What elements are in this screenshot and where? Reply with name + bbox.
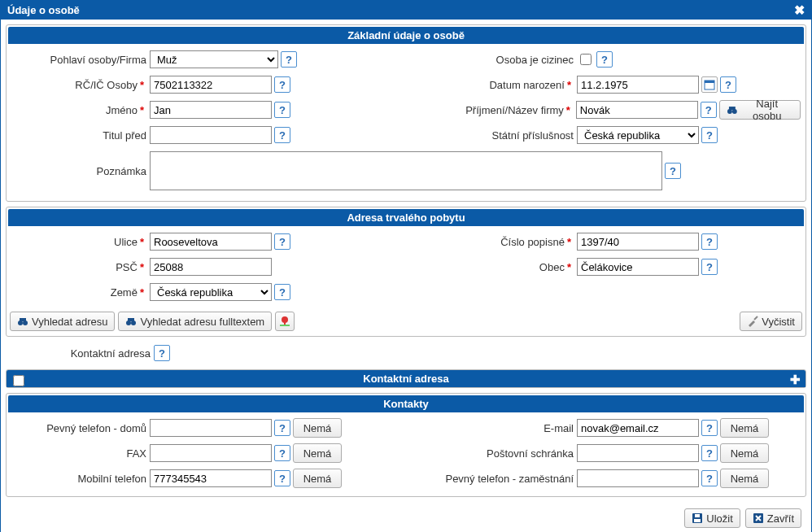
help-icon[interactable]: ? — [274, 233, 290, 250]
section-contact-address-head[interactable]: Kontaktní adresa ✚ — [7, 370, 805, 387]
email-label: E-mail — [414, 422, 577, 434]
map-pin-icon — [279, 316, 290, 327]
help-icon[interactable]: ? — [596, 51, 613, 68]
contact-address-checkbox[interactable] — [13, 375, 24, 386]
email-input[interactable] — [577, 419, 699, 437]
contact-address-label: Kontaktní adresa — [7, 347, 154, 360]
fax-label: FAX — [11, 447, 150, 460]
firstname-input[interactable] — [150, 101, 272, 119]
dob-label: Datum narození — [489, 79, 565, 91]
section-contacts-head: Kontakty — [8, 395, 804, 412]
help-icon[interactable]: ? — [274, 284, 290, 300]
svg-rect-15 — [694, 519, 701, 522]
dialog-titlebar: Údaje o osobě ✖ — [1, 1, 811, 20]
foreigner-label: Osoba je cizinec — [414, 54, 577, 66]
nema-button[interactable]: Nemá — [720, 418, 769, 438]
nema-button[interactable]: Nemá — [720, 469, 769, 488]
find-address-fulltext-button[interactable]: Vyhledat adresu fulltextem — [118, 312, 272, 331]
help-icon[interactable]: ? — [274, 470, 290, 486]
svg-rect-1 — [705, 81, 714, 83]
expand-icon[interactable]: ✚ — [790, 373, 801, 387]
note-textarea[interactable] — [150, 151, 662, 190]
street-input[interactable] — [150, 233, 272, 251]
map-pin-button[interactable] — [275, 312, 295, 331]
city-input[interactable] — [577, 258, 699, 276]
section-contacts: Kontakty Pevný telefon - domů ? Nemá FAX — [6, 393, 806, 497]
svg-rect-12 — [280, 325, 290, 326]
help-icon[interactable]: ? — [274, 76, 290, 93]
mobile-input[interactable] — [150, 469, 272, 487]
section-contact-address: Kontaktní adresa ✚ — [6, 369, 806, 388]
phone-work-label: Pevný telefon - zaměstnání — [414, 473, 577, 485]
binoculars-icon — [727, 104, 738, 116]
houseno-label: Číslo popisné — [500, 236, 565, 248]
houseno-input[interactable] — [577, 233, 699, 251]
section-basic-head: Základní údaje o osobě — [8, 27, 804, 44]
help-icon[interactable]: ? — [274, 445, 290, 461]
help-icon[interactable]: ? — [701, 445, 718, 461]
city-label: Obec — [539, 261, 565, 273]
save-icon — [692, 512, 703, 524]
help-icon[interactable]: ? — [154, 345, 170, 361]
nema-button[interactable]: Nemá — [720, 443, 769, 463]
dialog-body: Základní údaje o osobě Pohlaví osoby/Fir… — [1, 20, 811, 532]
required-icon: * — [138, 286, 146, 299]
required-icon: * — [138, 79, 146, 91]
help-icon[interactable]: ? — [701, 470, 718, 486]
phone-home-label: Pevný telefon - domů — [11, 422, 150, 434]
help-icon[interactable]: ? — [701, 127, 718, 143]
dob-input[interactable] — [577, 76, 699, 94]
nema-button[interactable]: Nemá — [293, 469, 342, 488]
person-dialog: Údaje o osobě ✖ Základní údaje o osobě P… — [0, 0, 812, 532]
title-label: Titul před — [11, 129, 150, 142]
zip-label: PSČ — [116, 261, 138, 273]
pobox-label: Poštovní schránka — [414, 447, 577, 460]
title-input[interactable] — [150, 126, 272, 144]
foreigner-checkbox[interactable] — [580, 54, 592, 65]
firstname-label: Jméno — [106, 104, 138, 116]
required-icon: * — [565, 79, 574, 91]
nema-button[interactable]: Nemá — [293, 443, 342, 463]
clear-button[interactable]: Vyčistit — [740, 312, 802, 331]
binoculars-icon — [125, 316, 137, 327]
country-label: Země — [111, 286, 138, 299]
country-select[interactable]: Česká republika — [150, 283, 272, 301]
section-basic: Základní údaje o osobě Pohlaví osoby/Fir… — [6, 24, 806, 202]
help-icon[interactable]: ? — [701, 259, 718, 275]
fax-input[interactable] — [150, 444, 272, 462]
svg-rect-10 — [128, 318, 134, 321]
pobox-input[interactable] — [577, 444, 699, 462]
zip-input[interactable] — [150, 258, 272, 276]
find-person-button[interactable]: Najít osobu — [719, 100, 801, 120]
help-icon[interactable]: ? — [274, 127, 290, 143]
help-icon[interactable]: ? — [701, 420, 718, 436]
lastname-label: Příjmení/Název firmy — [465, 104, 564, 116]
calendar-icon[interactable] — [701, 76, 718, 93]
help-icon[interactable]: ? — [665, 163, 681, 179]
section-address: Adresa trvalého pobytu Ulice* ? PSČ* — [6, 207, 806, 337]
nationality-select[interactable]: Česká republika — [577, 126, 699, 144]
close-icon[interactable]: ✖ — [794, 2, 805, 18]
svg-rect-16 — [695, 514, 700, 517]
close-button[interactable]: Zavřít — [745, 508, 801, 528]
help-icon[interactable]: ? — [720, 76, 736, 93]
rc-input[interactable] — [150, 76, 272, 94]
find-address-button[interactable]: Vyhledat adresu — [10, 312, 115, 331]
help-icon[interactable]: ? — [701, 233, 718, 250]
close-icon — [753, 512, 764, 524]
required-icon: * — [564, 104, 573, 116]
save-button[interactable]: Uložit — [684, 508, 740, 528]
help-icon[interactable]: ? — [701, 102, 717, 118]
svg-rect-7 — [20, 318, 26, 321]
phone-home-input[interactable] — [150, 419, 272, 437]
note-label: Poznámka — [11, 165, 150, 177]
broom-icon — [747, 316, 758, 327]
help-icon[interactable]: ? — [274, 420, 290, 436]
gender-select[interactable]: Muž — [150, 50, 278, 68]
nema-button[interactable]: Nemá — [293, 418, 342, 438]
help-icon[interactable]: ? — [274, 102, 290, 118]
phone-work-input[interactable] — [577, 469, 699, 487]
help-icon[interactable]: ? — [281, 51, 297, 68]
lastname-input[interactable] — [576, 101, 698, 119]
gender-label: Pohlaví osoby/Firma — [11, 54, 150, 66]
